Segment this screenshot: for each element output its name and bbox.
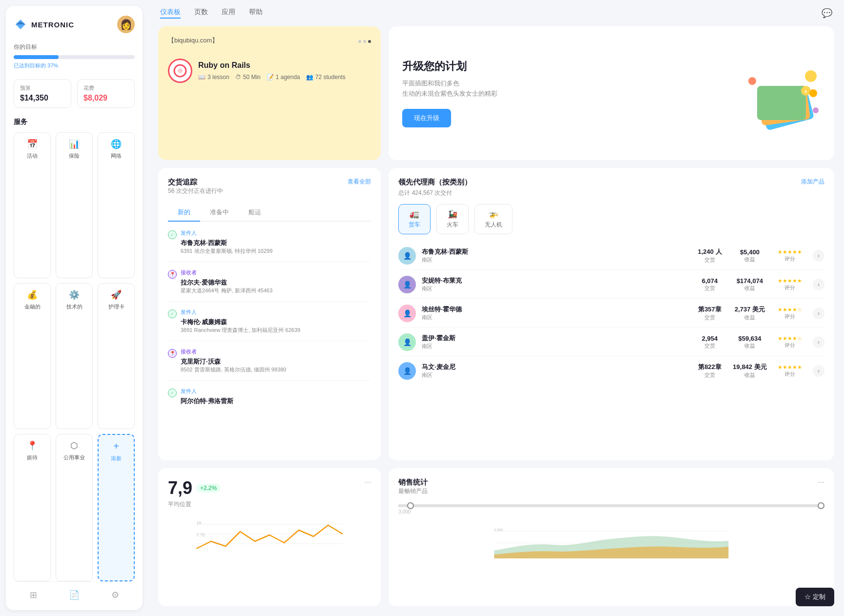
upgrade-content: 升级您的计划 平面插图和我们多色 生动的未混合紫色头发女士的精彩 现在升级	[402, 59, 497, 127]
file-icon[interactable]: 📄	[69, 590, 80, 600]
budget-row: 预算 $14,350 花费 $8,029	[14, 79, 135, 108]
sidebar-header: METRONIC 👩	[14, 16, 135, 33]
agenda-meta: 📝 1 agenda	[267, 74, 300, 81]
service-entertainment[interactable]: 📍 娱待	[14, 434, 51, 581]
tech-icon: ⚙️	[69, 289, 80, 300]
agent-row-3: 👤 埃丝特·霍华德 南区 第357章 交货 2,737 美元 收益 ★★★★	[398, 300, 824, 328]
addr-1: 6391 埃尔全量塞斯顿, 特拉华州 10299	[181, 247, 272, 255]
agent-rating-4: ★★★★☆ 评分	[773, 335, 807, 349]
delivery-item-5: ✓ 发件人 阿尔伯特·弗洛雷斯	[168, 388, 371, 412]
agent-row-2: 👤 安妮特·布莱克 南区 6,074 交货 $174,074 收益 ★★★★	[398, 271, 824, 299]
clock-icon: ⏱	[235, 74, 241, 81]
duration-meta: ⏱ 50 Min	[235, 74, 261, 81]
agents-total: 总计 424,567 次交付	[398, 189, 824, 197]
nav-pages[interactable]: 页数	[194, 8, 208, 19]
view-all-link[interactable]: 查看全部	[348, 178, 371, 186]
range-handle-right[interactable]	[818, 502, 824, 509]
customize-button[interactable]: ☆ 定制	[796, 588, 834, 606]
cat-truck[interactable]: 🚛 货车	[398, 204, 431, 234]
spend-value: $8,029	[83, 94, 128, 103]
agent-info-4: 盖伊·霍金斯 南区	[422, 334, 687, 350]
service-insurance[interactable]: 📊 保险	[56, 132, 93, 278]
logo-icon	[14, 18, 27, 31]
stars-5: ★★★★★	[773, 364, 807, 370]
add-product-button[interactable]: 添加产品	[801, 178, 824, 186]
range-handle-left[interactable]	[407, 502, 414, 509]
budget-card: 预算 $14,350	[14, 79, 71, 108]
svg-text:10: 10	[196, 520, 201, 525]
sender-icon-3: ✓	[168, 309, 177, 318]
agent-transactions-5: 第822章 交货	[693, 363, 727, 379]
dot1	[358, 40, 361, 43]
agent-region-1: 南区	[422, 256, 687, 264]
role-2: 接收者	[181, 269, 272, 276]
svg-point-7	[813, 107, 819, 113]
agent-row-4: 👤 盖伊·霍金斯 南区 2,954 交货 $59,634 收益 ★★★★☆	[398, 329, 824, 356]
agent-region-5: 南区	[422, 371, 687, 379]
agent-rating-5: ★★★★★ 评分	[773, 364, 807, 378]
dot2	[363, 40, 366, 43]
services-label: 服务	[14, 118, 135, 126]
agent-arrow-2[interactable]: ›	[813, 279, 824, 290]
svg-point-6	[748, 77, 756, 85]
insurance-icon: 📊	[69, 139, 80, 149]
cat-drone-label: 无人机	[485, 221, 502, 229]
tab-new[interactable]: 新的	[168, 204, 200, 222]
sales-chart-svg: 2,500	[398, 519, 824, 558]
agent-arrow-5[interactable]: ›	[813, 365, 824, 377]
add-icon: +	[113, 441, 119, 452]
service-tech[interactable]: ⚙️ 技术的	[56, 283, 93, 429]
students-icon: 👥	[306, 74, 313, 81]
progress-bar	[14, 55, 135, 59]
sender-icon-5: ✓	[168, 389, 177, 397]
cat-drone[interactable]: 🚁 无人机	[474, 204, 513, 234]
course-logo	[168, 59, 192, 83]
dot3	[368, 40, 371, 43]
agent-arrow-1[interactable]: ›	[813, 250, 824, 262]
role-4: 接收者	[181, 348, 286, 355]
delivery-item-3: ✓ 发件人 卡梅伦·威廉姆森 3891 Ranchview 理查森博士, 加利福…	[168, 308, 371, 341]
stars-4: ★★★★☆	[773, 335, 807, 342]
agent-arrow-4[interactable]: ›	[813, 336, 824, 348]
lesson-icon: 📖	[198, 74, 206, 81]
nav-help[interactable]: 帮助	[249, 8, 263, 19]
delivery-row-5: ✓ 发件人 阿尔伯特·弗洛雷斯	[168, 388, 371, 406]
lessons-meta: 📖 3 lesson	[198, 74, 229, 81]
cat-train[interactable]: 🚂 火车	[436, 204, 469, 234]
agent-info-1: 布鲁克林·西蒙斯 南区	[422, 247, 687, 264]
agent-transactions-1: 1,240 人 交货	[693, 247, 727, 264]
logo: METRONIC	[14, 18, 74, 31]
stats-more-icon[interactable]: ···	[365, 478, 371, 487]
layers-icon[interactable]: ⊞	[30, 590, 37, 600]
service-utility[interactable]: ⬡ 公用事业	[56, 434, 93, 581]
upgrade-svg: $	[733, 62, 830, 135]
svg-text:7.75: 7.75	[196, 533, 205, 537]
svg-rect-4	[757, 86, 806, 120]
nav-apps[interactable]: 应用	[222, 8, 235, 19]
agent-transactions-2: 6,074 交货	[693, 277, 727, 292]
chat-icon[interactable]: 💬	[822, 8, 832, 19]
pct-badge: +2.2%	[196, 484, 221, 493]
sales-more-icon[interactable]: ···	[818, 478, 824, 487]
settings-icon[interactable]: ⚙	[111, 590, 119, 600]
agent-name-4: 盖伊·霍金斯	[422, 334, 687, 343]
agent-row-1: 👤 布鲁克林·西蒙斯 南区 1,240 人 交货 $5,400 收益 ★★★	[398, 242, 824, 270]
students-meta: 👥 72 students	[306, 74, 346, 81]
mini-chart: 10 7.75	[168, 514, 371, 554]
service-network[interactable]: 🌐 网络	[98, 132, 135, 278]
upgrade-button[interactable]: 现在升级	[402, 109, 451, 127]
service-finance[interactable]: 💰 金融的	[14, 283, 51, 429]
service-add[interactable]: + 添新	[98, 434, 135, 581]
tab-preparing[interactable]: 准备中	[200, 204, 239, 222]
service-activity[interactable]: 📅 活动	[14, 132, 51, 278]
tracking-header: 交货追踪 56 次交付正在进行中 查看全部	[168, 178, 371, 202]
nav-dashboard[interactable]: 仪表板	[160, 8, 181, 19]
agent-info-5: 马文·麦金尼 南区	[422, 363, 687, 379]
avatar[interactable]: 👩	[117, 16, 135, 33]
topnav: 仪表板 页数 应用 帮助 💬	[148, 0, 844, 26]
agent-arrow-3[interactable]: ›	[813, 308, 824, 319]
tab-shipping[interactable]: 船运	[239, 204, 271, 222]
delivery-item-1: ✓ 发件人 布鲁克林·西蒙斯 6391 埃尔全量塞斯顿, 特拉华州 10299	[168, 229, 371, 262]
service-care[interactable]: 🚀 护理卡	[98, 283, 135, 429]
delivery-row-1: ✓ 发件人 布鲁克林·西蒙斯 6391 埃尔全量塞斯顿, 特拉华州 10299	[168, 229, 371, 255]
